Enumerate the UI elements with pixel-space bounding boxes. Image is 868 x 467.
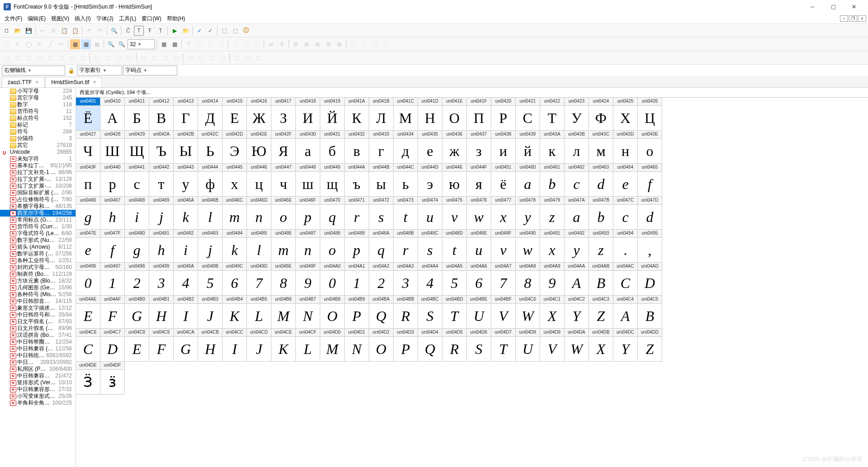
glyph-cell[interactable]: uni04B4K <box>223 296 247 329</box>
grid-icon[interactable]: ▦ <box>70 39 80 49</box>
tree-item[interactable]: 符号284 <box>0 128 76 135</box>
tree-item[interactable]: 小写字母224 <box>0 88 76 94</box>
glyph-cell[interactable]: uni0426Ц <box>638 98 662 131</box>
glyph-cell[interactable]: uni04BEU <box>467 296 491 329</box>
tree-item[interactable]: 中日韩符号和标点 (...35/64 <box>0 311 76 318</box>
glyph-cell[interactable]: uni04AEE <box>76 296 100 329</box>
glyph-cell[interactable]: uni0418И <box>296 98 320 131</box>
b2-icon[interactable]: ⬚ <box>13 53 23 63</box>
b9-icon[interactable]: ⬚ <box>92 53 102 63</box>
glyph-cell[interactable]: uni0494. <box>613 230 638 263</box>
document-tab[interactable]: zaozi.TTF× <box>2 77 44 87</box>
glyph-cell[interactable]: uni047Bb <box>589 197 613 230</box>
glyph-cell[interactable]: uni0491x <box>540 230 564 263</box>
glyph-cell[interactable]: uni042AЪ <box>149 131 174 164</box>
tree-item[interactable]: 制表符 (Box Dr...112/128 <box>0 271 76 278</box>
autohint-icon[interactable]: ✓ <box>205 26 215 36</box>
glyph-cell[interactable]: uni04CDJ <box>247 329 271 362</box>
menu-item[interactable]: 文件(F) <box>2 14 25 23</box>
save-icon[interactable]: 💾 <box>24 26 33 36</box>
tree-item[interactable]: 未知字符1 <box>0 156 76 162</box>
layout3-icon[interactable]: ⊞ <box>313 39 323 49</box>
layout2-icon[interactable]: ⊞ <box>302 39 312 49</box>
validate-icon[interactable]: ✓ <box>194 26 204 36</box>
glyph-cell[interactable]: uni0437з <box>467 131 491 164</box>
glyph-cell[interactable]: uni04DEӞ <box>76 362 100 395</box>
glyph-cell[interactable]: uni04B1H <box>149 296 174 329</box>
glyph-cell[interactable]: uni044Cь <box>394 164 418 197</box>
glyph-cell[interactable]: uni0481h <box>149 230 174 263</box>
glyph-cell[interactable]: uni04D4Q <box>418 329 442 362</box>
glyph-cell[interactable]: uni04D3P <box>394 329 418 362</box>
glyph-cell[interactable]: uni0438и <box>491 131 516 164</box>
glyph-cell[interactable]: uni0472s <box>369 197 394 230</box>
play-icon[interactable]: ▶ <box>170 26 180 36</box>
b7-icon[interactable]: ⬚ <box>67 53 77 63</box>
view2-icon[interactable]: ▦ <box>170 39 180 49</box>
glyph-cell[interactable]: uni04D7T <box>491 329 516 362</box>
glyph-cell[interactable]: uni049D7 <box>247 263 271 296</box>
tree-item[interactable]: 汉语拼音 (Bopom...37/41 <box>0 332 76 339</box>
glyph-cell[interactable]: uni0435е <box>418 131 442 164</box>
menu-item[interactable]: 视图(V) <box>48 14 72 23</box>
align1-icon[interactable]: ⬚ <box>230 39 240 49</box>
tree-item[interactable]: 各种工业符号 (Mis...1/251 <box>0 257 76 264</box>
glyph-cell[interactable]: uni0417З <box>271 98 296 131</box>
b3-icon[interactable]: ⬚ <box>24 53 33 63</box>
b10-icon[interactable]: ⬚ <box>103 53 113 63</box>
glyph-cell[interactable]: uni0445х <box>223 164 247 197</box>
glyph-cell[interactable]: uni04CCI <box>223 329 247 362</box>
tree-item[interactable]: 箭头 (Arrows)8/112 <box>0 244 76 250</box>
tree-item[interactable]: 数字形式 (Number...22/58 <box>0 237 76 244</box>
glyph-cell[interactable]: uni04B5L <box>247 296 271 329</box>
glyph-cell[interactable]: uni0468i <box>125 197 149 230</box>
tree-item[interactable]: 私用区 (Private...106/6400 <box>0 366 76 373</box>
glyph-cell[interactable]: uni0439й <box>516 131 540 164</box>
glyph-cell[interactable]: uni046Ak <box>174 197 198 230</box>
minimize-button[interactable]: ─ <box>802 0 823 14</box>
glyph-cell[interactable]: uni049E8 <box>271 263 296 296</box>
op1-icon[interactable]: ⬚ <box>348 39 358 49</box>
glyph-cell[interactable]: uni04BDT <box>442 296 467 329</box>
glyph-cell[interactable]: uni04960 <box>76 263 100 296</box>
tree-item[interactable]: 封闭式字母数字 (...50/160 <box>0 264 76 271</box>
tree-item[interactable]: 拉丁文扩展-A (La...13/128 <box>0 176 76 183</box>
b20-icon[interactable]: ⬚ <box>218 53 228 63</box>
glyph-cell[interactable]: uni0476w <box>467 197 491 230</box>
glyph-cell[interactable]: uni0425Х <box>613 98 638 131</box>
glyph-cell[interactable]: uni04BBR <box>394 296 418 329</box>
glyph-cell[interactable]: uni0419Й <box>320 98 345 131</box>
select-icon[interactable]: ⬚ <box>2 39 12 49</box>
glyph-cell[interactable]: uni0489p <box>345 230 369 263</box>
b18-icon[interactable]: ⬚ <box>196 53 206 63</box>
glyph-cell[interactable]: uni04B6M <box>271 296 296 329</box>
glyph-cell[interactable]: uni04971 <box>100 263 125 296</box>
glyph-grid-scroll[interactable]: uni0401Ёuni0410Аuni0411Бuni0412Вuni0413Г… <box>76 97 868 467</box>
glyph-cell[interactable]: uni04BFV <box>491 296 516 329</box>
glyph-cell[interactable]: uni04A55 <box>442 263 467 296</box>
filter-left-combo[interactable]: 右侧轴线▼ <box>2 66 65 75</box>
glyph-cell[interactable]: uni048Dt <box>442 230 467 263</box>
tree-item[interactable]: 象形文字描述符 (Id...12/12 <box>0 305 76 311</box>
glyph-cell[interactable]: uni04B8O <box>320 296 345 329</box>
document-tab[interactable]: HmtdSimSun.ttf× <box>45 77 102 87</box>
glyph-cell[interactable]: uni0484k <box>223 230 247 263</box>
glyph-cell[interactable]: uni0412В <box>149 98 174 131</box>
menu-item[interactable]: 字体(J) <box>94 14 116 23</box>
b21-icon[interactable]: ⬚ <box>232 53 242 63</box>
knife-icon[interactable]: ✂ <box>56 39 66 49</box>
metrics-icon[interactable]: Ŧ <box>145 26 155 36</box>
tree-item[interactable]: 货币符号 (Currency ...1/30 <box>0 223 76 230</box>
tree-item[interactable]: 中日韩统一...20933/20992 <box>0 359 76 366</box>
glyph-cell[interactable]: uni0479z <box>540 197 564 230</box>
glyph-cell[interactable]: uni0471r <box>345 197 369 230</box>
pref-icon[interactable]: T <box>156 26 166 36</box>
glyph-cell[interactable]: uni04D0M <box>320 329 345 362</box>
menu-item[interactable]: 工具(L) <box>116 14 139 23</box>
op4-icon[interactable]: ⬚ <box>381 39 391 49</box>
b14-icon[interactable]: ⬚ <box>149 53 159 63</box>
glyph-cell[interactable]: uni0469j <box>149 197 174 230</box>
glyph-cell[interactable]: uni0460a <box>516 164 540 197</box>
glyph-cell[interactable]: uni0428Ш <box>100 131 125 164</box>
glyph-cell[interactable]: uni04D1N <box>345 329 369 362</box>
